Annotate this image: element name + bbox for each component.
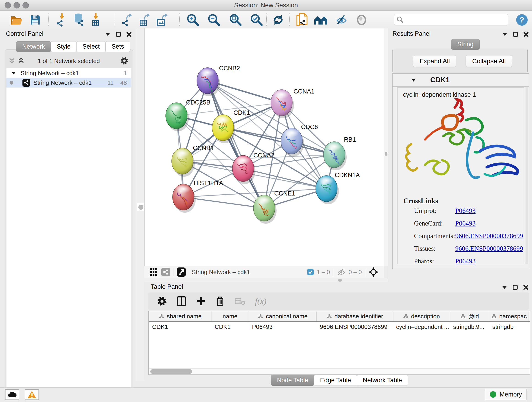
table-cell[interactable]: P06493 [249,322,317,332]
column-header-description[interactable]: description [393,311,450,321]
network-status-dot [10,81,13,85]
network-node-CDK1[interactable]: CDK1 [212,109,250,143]
refresh-icon[interactable] [271,13,285,27]
zoom-fit-icon[interactable] [228,13,243,27]
memory-button[interactable]: Memory [485,389,527,400]
hidden-count: 0 – 0 [348,269,362,276]
collapse-all-button[interactable]: Collapse All [466,55,512,67]
network-node-CCNE1[interactable]: CCNE1 [253,190,295,224]
network-node-CDC6[interactable]: CDC6 [281,123,318,157]
expander-icon[interactable] [12,71,16,75]
column-header-name[interactable]: name [211,311,249,321]
tab-select[interactable]: Select [76,41,106,52]
network-node-RB1[interactable]: RB1 [323,136,356,170]
collapse-panel-icon[interactable] [502,286,507,289]
zoom-selected-icon[interactable] [249,13,264,27]
splitter-handle[interactable] [385,152,387,156]
results-scrollbar[interactable] [526,87,528,264]
column-header-namespac[interactable]: namespac [489,311,529,321]
tab-sets[interactable]: Sets [105,41,130,52]
table-hscrollbar[interactable] [149,368,530,375]
network-share-mode-icon[interactable] [161,268,170,276]
column-header-canonical-name[interactable]: canonical name [249,311,317,321]
import-string-network-icon[interactable] [295,13,309,27]
table-cell[interactable]: CDK1 [149,322,211,332]
table-cell[interactable]: cyclin–dependent ... [393,322,450,332]
column-header-shared-name[interactable]: shared name [149,311,211,321]
zoom-out-icon[interactable] [207,13,221,27]
birds-eye-icon[interactable] [368,267,379,277]
table-row[interactable]: CDK1CDK1P064939606.ENSP00000378699cyclin… [149,322,530,332]
collapse-panel-icon[interactable] [105,32,110,36]
import-table-from-file-icon[interactable] [89,13,103,27]
close-panel-icon[interactable] [127,32,132,37]
search-field[interactable] [394,14,508,26]
splitter-handle[interactable] [338,279,342,282]
export-image-icon[interactable] [155,13,170,27]
float-panel-icon[interactable] [116,32,121,37]
entry-expander-icon[interactable] [411,78,416,82]
scrollbar-thumb[interactable] [150,369,192,374]
column-header-@id[interactable]: @id [450,311,489,321]
tab-network-table[interactable]: Network Table [357,375,408,386]
crosslink-link[interactable]: P06493 [455,220,476,227]
cloud-button[interactable] [5,389,19,400]
collapse-panel-icon[interactable] [502,32,507,36]
network-node-CCNB1[interactable]: CCNB1 [172,145,214,177]
crosslink-link[interactable]: 9606.ENSP00000378699 [455,245,523,252]
network-row[interactable]: String Network – cdk1 11 48 [6,78,131,88]
delete-rows-trash-icon[interactable] [215,296,225,306]
detach-view-icon[interactable] [177,268,186,277]
network-node-CCNA2[interactable]: CCNA2 [232,152,274,184]
hidden-eye-icon[interactable] [336,268,346,276]
network-options-gear-icon[interactable] [120,57,128,65]
crosslink-row: GeneCard: P06493 [398,220,524,232]
crosslink-link[interactable]: P06493 [455,207,476,215]
show-all-icon[interactable] [354,13,369,27]
zoom-in-icon[interactable] [186,13,200,27]
open-session-icon[interactable] [9,13,24,27]
warning-button[interactable] [25,389,39,400]
table-cell[interactable]: stringdb:9... [450,322,489,332]
tab-string[interactable]: String [451,39,480,50]
hide-selected-icon[interactable] [334,13,349,27]
help-icon[interactable]: ? [515,13,529,27]
network-node-CCNB2[interactable]: CCNB2 [197,65,240,96]
expand-all-button[interactable]: Expand All [413,55,456,67]
network-canvas[interactable]: CCNB2 CCNA1 CDC25B CDK1 CDC6 RB1 CCNB1 C… [144,28,384,266]
save-session-icon[interactable] [28,13,43,27]
crosslink-link[interactable]: P06493 [455,257,476,265]
search-input[interactable] [406,16,506,24]
table-settings-gear-icon[interactable] [157,296,167,306]
float-panel-icon[interactable] [513,285,518,290]
tab-network[interactable]: Network [16,41,51,52]
export-table-icon[interactable] [138,13,152,27]
vertical-splitter[interactable] [136,28,145,381]
table-cell[interactable]: stringdb [489,322,529,332]
close-panel-icon[interactable] [524,32,529,37]
float-panel-icon[interactable] [513,32,518,37]
import-network-from-file-icon[interactable] [55,13,69,27]
export-network-icon[interactable] [120,13,135,27]
column-header-database-identifier[interactable]: database identifier [317,311,393,321]
first-neighbors-icon[interactable] [313,13,328,27]
splitter-handle[interactable] [138,205,143,210]
import-network-from-database-icon[interactable] [71,13,86,27]
entry-header[interactable]: CDK1 [393,74,529,87]
network-node-CDKN1A[interactable]: CDKN1A [316,172,360,204]
network-edge[interactable] [208,81,264,208]
close-panel-icon[interactable] [523,285,528,290]
tab-node-table[interactable]: Node Table [271,375,314,386]
results-splitter[interactable] [384,28,388,266]
add-row-icon[interactable] [196,296,206,306]
tab-style[interactable]: Style [51,41,77,52]
grid-mode-icon[interactable] [149,268,158,276]
table-cell[interactable]: 9606.ENSP00000378699 [317,322,393,332]
crosslink-link[interactable]: 9606.ENSP00000378699 [455,232,523,240]
network-collection-row[interactable]: String Network – cdk1 1 [6,68,131,78]
selected-checkbox-icon[interactable] [307,269,314,275]
tab-edge-table[interactable]: Edge Table [314,375,357,386]
network-node-CDC25B[interactable]: CDC25B [166,99,210,131]
create-column-icon[interactable] [177,296,186,306]
table-cell[interactable]: CDK1 [211,322,249,332]
